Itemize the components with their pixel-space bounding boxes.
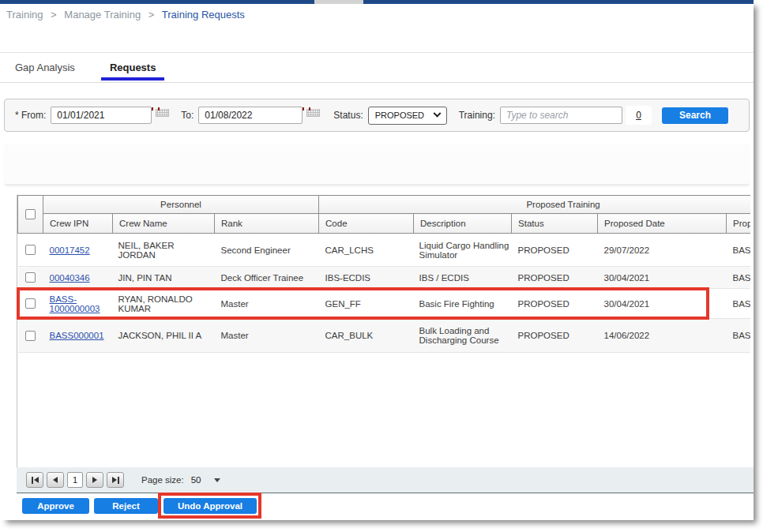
row-select-cell	[18, 319, 43, 353]
code-cell: CAR_LCHS	[319, 234, 414, 267]
status-cell: PROPOSED	[512, 289, 598, 319]
from-date-input[interactable]	[51, 107, 152, 124]
page-size-label: Page size:	[141, 475, 184, 485]
to-date-input[interactable]	[198, 107, 303, 124]
proposed-date-cell: 14/06/2022	[598, 319, 727, 353]
last-page-icon	[118, 477, 119, 484]
crew-name-cell: JIN, PIN TAN	[113, 267, 215, 289]
description-cell: Bulk Loading and Discharging Course	[414, 319, 512, 353]
training-count-box: 0	[626, 106, 652, 125]
next-page-button[interactable]	[86, 472, 103, 488]
pagination-bar: 1 Page size: 50	[17, 467, 754, 493]
page-size-dropdown-icon[interactable]	[214, 478, 220, 482]
table-row: 00017452 NEIL, BAKER JORDAN Second Engin…	[18, 234, 751, 267]
crew-ipn-cell: 00017452	[43, 234, 113, 267]
first-page-icon	[32, 477, 33, 484]
search-button[interactable]: Search	[662, 107, 728, 124]
crew-ipn-cell: BASS000001	[43, 319, 113, 353]
training-label: Training:	[459, 110, 495, 121]
crew-ipn-link[interactable]: 00040346	[50, 273, 90, 283]
row-checkbox[interactable]	[25, 331, 36, 341]
col-header-code[interactable]: Code	[319, 214, 414, 234]
crew-ipn-cell: 00040346	[43, 267, 113, 289]
breadcrumb-training-requests[interactable]: Training Requests	[162, 9, 245, 21]
approve-button[interactable]: Approve	[22, 498, 89, 514]
row-checkbox[interactable]	[25, 298, 36, 309]
crew-ipn-link[interactable]: BASS-1000000003	[50, 294, 100, 313]
description-cell: IBS / ECDIS	[414, 267, 512, 289]
next-page-icon	[92, 477, 97, 483]
row-select-cell	[18, 267, 43, 289]
tab-requests[interactable]: Requests	[101, 53, 165, 82]
training-search-input[interactable]	[500, 107, 622, 124]
status-label: Status:	[333, 110, 363, 121]
empty-panel	[4, 144, 750, 185]
current-page-box[interactable]: 1	[67, 472, 83, 488]
rank-cell: Master	[215, 289, 319, 319]
breadcrumb-training[interactable]: Training	[6, 9, 43, 21]
rank-cell: Master	[215, 319, 319, 353]
action-button-row: Approve Reject Undo Approval	[22, 498, 257, 514]
requests-grid: Personnel Proposed Training Crew IPN Cre…	[17, 195, 750, 467]
code-cell: IBS-ECDIS	[319, 267, 414, 289]
topbar-notch	[314, 0, 363, 4]
breadcrumb: Training > Manage Training > Training Re…	[6, 9, 245, 21]
select-all-checkbox[interactable]	[25, 209, 36, 219]
first-page-button[interactable]	[26, 472, 43, 488]
proposed-date-cell: 30/04/2021	[598, 289, 727, 319]
requests-table: Personnel Proposed Training Crew IPN Cre…	[17, 195, 750, 353]
col-header-rank[interactable]: Rank	[215, 214, 319, 234]
undo-approval-button[interactable]: Undo Approval	[164, 498, 257, 514]
crew-name-cell: JACKSON, PHIL II A	[113, 319, 215, 353]
proposed-by-cell: BASS	[727, 289, 750, 319]
crew-ipn-cell: BASS-1000000003	[43, 289, 113, 319]
description-cell: Liquid Cargo Handling Simulator	[414, 234, 512, 267]
col-header-crew-name[interactable]: Crew Name	[113, 214, 215, 234]
group-header-personnel: Personnel	[43, 196, 319, 214]
status-select[interactable]: PROPOSED	[368, 107, 447, 125]
calendar-icon[interactable]	[306, 109, 320, 122]
chevron-down-icon	[433, 109, 441, 117]
previous-page-icon	[53, 477, 58, 483]
proposed-by-cell: BASS	[727, 319, 750, 353]
last-page-icon	[112, 477, 117, 483]
previous-page-button[interactable]	[47, 472, 64, 488]
to-label: To:	[181, 110, 194, 121]
description-cell: Basic Fire Fighting	[414, 289, 512, 319]
crew-ipn-link[interactable]: BASS000001	[50, 331, 104, 340]
tab-gap-analysis[interactable]: Gap Analysis	[6, 53, 84, 82]
col-header-proposed-date[interactable]: Proposed Date	[598, 214, 727, 234]
row-select-cell	[18, 289, 43, 319]
training-count-link[interactable]: 0	[636, 110, 641, 121]
col-header-proposed-by[interactable]: Proposed	[727, 214, 750, 234]
row-checkbox[interactable]	[25, 272, 36, 283]
row-checkbox[interactable]	[25, 245, 36, 255]
table-row: 00040346 JIN, PIN TAN Deck Officer Train…	[18, 267, 751, 289]
proposed-by-cell: BASS	[727, 234, 750, 267]
status-cell: PROPOSED	[512, 267, 598, 289]
crew-ipn-link[interactable]: 00017452	[50, 245, 90, 255]
page-size-value[interactable]: 50	[191, 475, 201, 485]
filter-bar: * From: To: Status: PROPOSED Training: 0…	[4, 99, 750, 132]
proposed-by-cell: BASS	[727, 267, 750, 289]
from-label: * From:	[15, 110, 46, 121]
last-page-button[interactable]	[107, 472, 124, 488]
breadcrumb-separator: >	[148, 9, 155, 21]
calendar-icon[interactable]	[156, 109, 169, 122]
table-row: BASS000001 JACKSON, PHIL II A Master CAR…	[18, 319, 751, 353]
select-all-cell	[18, 196, 43, 234]
reject-button[interactable]: Reject	[94, 498, 158, 514]
app-window: Training > Manage Training > Training Re…	[0, 0, 754, 520]
tab-bar: Gap Analysis Requests	[0, 52, 754, 83]
col-header-crew-ipn[interactable]: Crew IPN	[43, 214, 113, 234]
column-header-row: Crew IPN Crew Name Rank Code Description…	[18, 214, 751, 234]
row-select-cell	[18, 234, 43, 267]
breadcrumb-manage-training[interactable]: Manage Training	[64, 9, 141, 21]
group-header-proposed-training: Proposed Training	[319, 196, 750, 214]
col-header-status[interactable]: Status	[512, 214, 598, 234]
col-header-description[interactable]: Description	[414, 214, 512, 234]
rank-cell: Second Engineer	[215, 234, 319, 267]
status-cell: PROPOSED	[512, 319, 598, 353]
crew-name-cell: NEIL, BAKER JORDAN	[113, 234, 215, 267]
top-navy-bar	[0, 0, 754, 4]
